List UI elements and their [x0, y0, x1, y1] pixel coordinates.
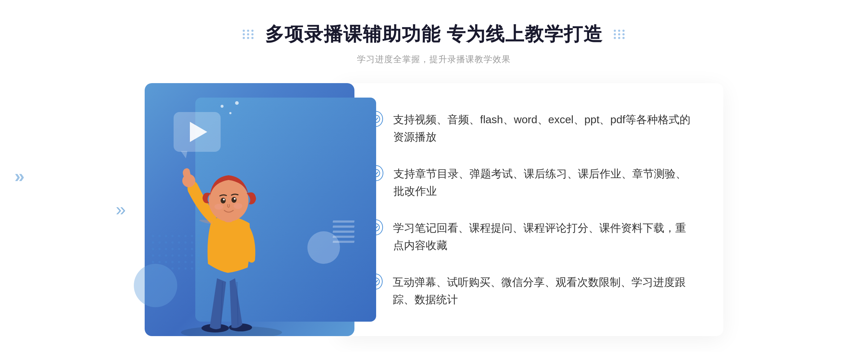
feature-text-3: 学习笔记回看、课程提问、课程评论打分、课件资料下载，重点内容收藏	[393, 219, 694, 254]
header-decorators: 多项录播课辅助功能 专为线上教学打造	[243, 22, 625, 47]
content-area: » 支持视频、音频、flash、word、excel、ppt、pdf等各种格式的…	[145, 83, 723, 336]
bg-dots-left: »	[14, 166, 25, 186]
feature-text-2: 支持章节目录、弹题考试、课后练习、课后作业、章节测验、批改作业	[393, 165, 694, 200]
stripes-decor	[333, 220, 354, 257]
person-illustration	[159, 126, 304, 336]
svg-point-6	[231, 197, 237, 203]
svg-point-7	[223, 199, 225, 201]
svg-point-5	[221, 198, 226, 203]
svg-point-9	[214, 204, 223, 210]
feature-item-4: 互动弹幕、试听购买、微信分享、观看次数限制、学习进度跟踪、数据统计	[369, 266, 694, 315]
header-section: 多项录播课辅助功能 专为线上教学打造 学习进度全掌握，提升录播课教学效果	[243, 22, 625, 65]
svg-point-10	[234, 203, 242, 209]
feature-item-2: 支持章节目录、弹题考试、课后练习、课后作业、章节测验、批改作业	[369, 158, 694, 207]
chevron-left-icon: »	[116, 200, 126, 219]
decorator-right	[614, 30, 625, 39]
page-title: 多项录播课辅助功能 专为线上教学打造	[265, 22, 603, 47]
illustration-card: »	[145, 83, 354, 336]
feature-text-1: 支持视频、音频、flash、word、excel、ppt、pdf等各种格式的资源…	[393, 111, 694, 146]
feature-item-1: 支持视频、音频、flash、word、excel、ppt、pdf等各种格式的资源…	[369, 104, 694, 153]
svg-point-8	[234, 198, 236, 200]
feature-text-4: 互动弹幕、试听购买、微信分享、观看次数限制、学习进度跟踪、数据统计	[393, 274, 694, 308]
features-panel: 支持视频、音频、flash、word、excel、ppt、pdf等各种格式的资源…	[340, 83, 723, 336]
feature-item-3: 学习笔记回看、课程提问、课程评论打分、课件资料下载，重点内容收藏	[369, 212, 694, 261]
decorator-left	[243, 30, 254, 39]
page-subtitle: 学习进度全掌握，提升录播课教学效果	[243, 53, 625, 65]
page-container: » 多项录播课辅助功能 专为线上教学打造 学习进度全掌握，提升录播课教学效果	[0, 0, 868, 352]
